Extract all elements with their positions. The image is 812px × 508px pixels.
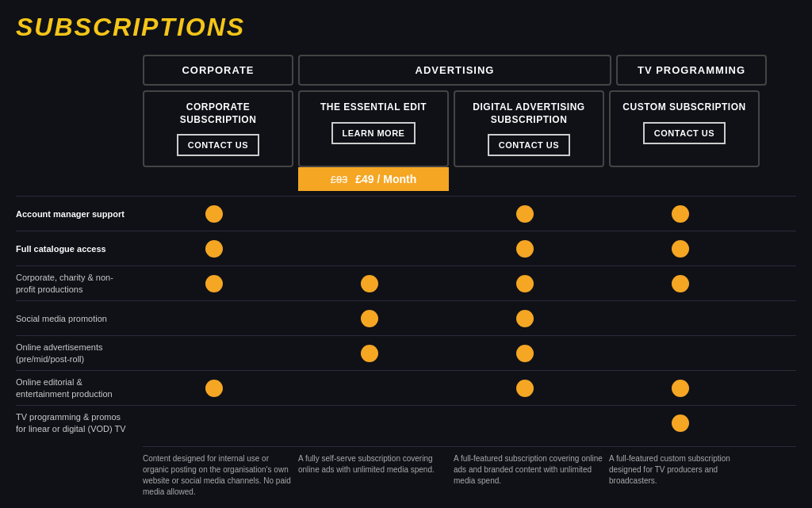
- feature-dot-1-0: [205, 240, 223, 258]
- feature-empty-3-0: [205, 310, 223, 327]
- feature-col-6-2: [450, 414, 600, 432]
- feature-col-5-2: [450, 380, 600, 397]
- feature-col-3-2: [450, 310, 600, 327]
- feature-dot-2-3: [672, 275, 689, 292]
- digital-contact-button[interactable]: CONTACT US: [488, 134, 570, 156]
- feature-col-5-0: [139, 380, 289, 397]
- plan-title-custom: CUSTOM SUBSCRIPTION: [615, 101, 753, 114]
- feature-col-6-0: [139, 414, 289, 432]
- features-section: Account manager supportFull catalogue ac…: [16, 196, 796, 440]
- feature-label-0: Account manager support: [16, 208, 139, 220]
- feature-col-4-0: [139, 345, 289, 362]
- feature-empty-1-1: [361, 240, 378, 258]
- feature-empty-6-1: [361, 414, 378, 432]
- feature-row-4: Online advertisements (pre/mid/post-roll…: [16, 335, 796, 370]
- feature-empty-6-2: [516, 414, 534, 432]
- feature-dot-4-1: [361, 345, 378, 362]
- corporate-contact-button[interactable]: CONTACT US: [177, 134, 259, 156]
- feature-col-0-2: [450, 205, 600, 223]
- feature-label-4: Online advertisements (pre/mid/post-roll…: [16, 342, 139, 365]
- feature-row-2: Corporate, charity & non-profit producti…: [16, 265, 796, 300]
- feature-col-1-0: [139, 240, 289, 258]
- description-1: A fully self-serve subscription covering…: [298, 453, 449, 498]
- category-advertising: ADVERTISING: [298, 55, 611, 86]
- feature-col-2-2: [450, 275, 600, 292]
- feature-row-0: Account manager support: [16, 196, 796, 231]
- feature-empty-6-0: [205, 414, 223, 432]
- feature-dot-0-2: [516, 205, 534, 223]
- feature-col-1-1: [294, 240, 445, 258]
- feature-dot-2-1: [361, 275, 378, 292]
- plan-title-essential: THE ESSENTIAL EDIT: [304, 101, 442, 114]
- feature-row-6: TV programming & promos for linear or di…: [16, 405, 796, 440]
- feature-dot-3-1: [361, 310, 378, 327]
- feature-row-5: Online editorial & entertainment product…: [16, 370, 796, 405]
- feature-row-1: Full catalogue access: [16, 231, 796, 265]
- feature-col-3-3: [605, 310, 756, 327]
- custom-contact-button[interactable]: CONTACT US: [643, 122, 726, 144]
- feature-label-3: Social media promotion: [16, 313, 139, 324]
- feature-col-5-3: [605, 380, 756, 397]
- feature-dot-3-2: [516, 310, 534, 327]
- descriptions-row: Content designed for internal use or org…: [143, 446, 796, 498]
- description-2: A full-featured subscription covering on…: [454, 453, 604, 498]
- feature-dot-2-2: [516, 275, 534, 292]
- feature-col-2-3: [605, 275, 756, 292]
- plan-card-custom: CUSTOM SUBSCRIPTION CONTACT US: [609, 90, 760, 167]
- plan-title-digital: DIGITAL ADVERTISING SUBSCRIPTION: [460, 101, 598, 126]
- category-corporate: CORPORATE: [143, 55, 293, 86]
- feature-dot-5-3: [672, 380, 689, 397]
- plans-row: CORPORATE SUBSCRIPTION CONTACT US THE ES…: [143, 90, 796, 167]
- feature-label-1: Full catalogue access: [16, 243, 139, 254]
- old-price: £83: [331, 174, 348, 185]
- category-tv: TV PROGRAMMING: [616, 55, 767, 86]
- categories-row: CORPORATE ADVERTISING TV PROGRAMMING: [143, 55, 796, 86]
- feature-dot-5-2: [516, 380, 534, 397]
- new-price: £49 / Month: [355, 173, 416, 185]
- feature-label-2: Corporate, charity & non-profit producti…: [16, 272, 139, 295]
- feature-col-0-1: [294, 205, 445, 223]
- feature-col-4-2: [450, 345, 600, 362]
- feature-empty-4-0: [205, 345, 223, 362]
- feature-col-0-3: [605, 205, 756, 223]
- feature-col-5-1: [294, 380, 445, 397]
- feature-empty-4-3: [672, 345, 689, 362]
- plan-title-corporate: CORPORATE SUBSCRIPTION: [149, 101, 287, 126]
- feature-label-6: TV programming & promos for linear or di…: [16, 411, 139, 434]
- feature-col-6-1: [294, 414, 445, 432]
- price-bar: £83 £49 / Month: [298, 167, 449, 191]
- feature-dot-1-3: [672, 240, 689, 258]
- feature-dot-0-0: [205, 205, 223, 223]
- feature-dot-4-2: [516, 345, 534, 362]
- feature-col-0-0: [139, 205, 289, 223]
- plan-card-corporate: CORPORATE SUBSCRIPTION CONTACT US: [143, 90, 293, 167]
- feature-col-4-1: [294, 345, 445, 362]
- feature-dot-0-3: [672, 205, 689, 223]
- page-title: SUBSCRIPTIONS: [16, 13, 796, 42]
- feature-col-1-3: [605, 240, 756, 258]
- essential-learn-more-button[interactable]: LEARN MORE: [331, 122, 416, 144]
- feature-empty-0-1: [361, 205, 378, 223]
- feature-col-2-0: [139, 275, 289, 292]
- feature-col-6-3: [605, 414, 756, 432]
- feature-dot-6-3: [672, 414, 689, 432]
- feature-col-2-1: [294, 275, 445, 292]
- plan-card-essential: THE ESSENTIAL EDIT LEARN MORE: [298, 90, 449, 167]
- feature-dot-5-0: [205, 380, 223, 397]
- plan-card-digital: DIGITAL ADVERTISING SUBSCRIPTION CONTACT…: [454, 90, 604, 167]
- feature-col-3-0: [139, 310, 289, 327]
- feature-col-4-3: [605, 345, 756, 362]
- feature-col-3-1: [294, 310, 445, 327]
- price-bar-row: £83 £49 / Month: [143, 167, 796, 191]
- feature-label-5: Online editorial & entertainment product…: [16, 376, 139, 399]
- description-3: A full-featured custom subscription desi…: [609, 453, 760, 498]
- feature-dot-2-0: [205, 275, 223, 292]
- feature-empty-5-1: [361, 380, 378, 397]
- feature-row-3: Social media promotion: [16, 300, 796, 335]
- feature-col-1-2: [450, 240, 600, 258]
- feature-dot-1-2: [516, 240, 534, 258]
- description-0: Content designed for internal use or org…: [143, 453, 293, 498]
- feature-empty-3-3: [672, 310, 689, 327]
